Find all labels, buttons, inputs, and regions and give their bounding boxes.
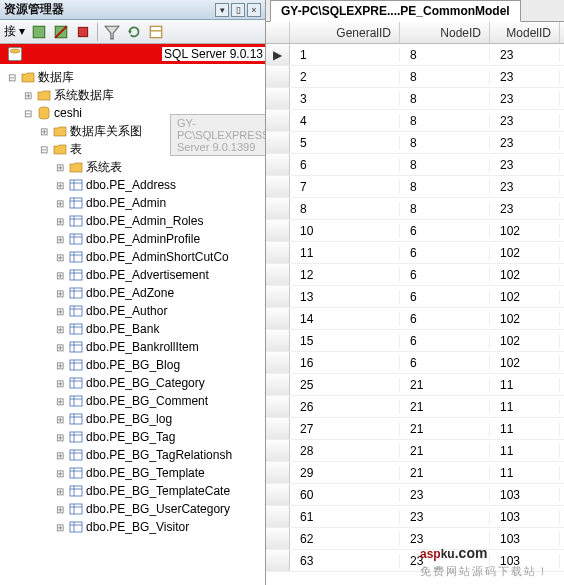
row-selector[interactable] xyxy=(266,242,290,263)
table-node[interactable]: ⊞dbo.PE_BG_TemplateCate xyxy=(0,482,265,500)
cell[interactable]: 6 xyxy=(400,356,490,370)
table-row[interactable]: 6023103 xyxy=(266,484,564,506)
table-row[interactable]: 136102 xyxy=(266,286,564,308)
row-selector[interactable] xyxy=(266,286,290,307)
cell[interactable]: 4 xyxy=(290,114,400,128)
cell[interactable]: 8 xyxy=(290,202,400,216)
cell[interactable]: 8 xyxy=(400,180,490,194)
table-row[interactable]: ▶1823 xyxy=(266,44,564,66)
expand-icon[interactable]: ⊞ xyxy=(52,213,68,229)
table-row[interactable]: 8823 xyxy=(266,198,564,220)
cell[interactable]: 60 xyxy=(290,488,400,502)
stop-icon[interactable] xyxy=(75,24,91,40)
table-row[interactable]: 156102 xyxy=(266,330,564,352)
table-node[interactable]: ⊞dbo.PE_AdminProfile xyxy=(0,230,265,248)
table-row[interactable]: 292111 xyxy=(266,462,564,484)
expand-icon[interactable]: ⊞ xyxy=(52,357,68,373)
cell[interactable]: 23 xyxy=(490,136,560,150)
cell[interactable]: 10 xyxy=(290,224,400,238)
row-selector[interactable] xyxy=(266,264,290,285)
table-row[interactable]: 6823 xyxy=(266,154,564,176)
table-row[interactable]: 126102 xyxy=(266,264,564,286)
table-row[interactable]: 6223103 xyxy=(266,528,564,550)
cell[interactable]: 27 xyxy=(290,422,400,436)
cell[interactable]: 23 xyxy=(490,48,560,62)
cell[interactable]: 8 xyxy=(400,70,490,84)
node-system-tables[interactable]: ⊞ 系统表 xyxy=(0,158,265,176)
disconnect-icon[interactable] xyxy=(53,24,69,40)
expand-icon[interactable]: ⊞ xyxy=(52,465,68,481)
tab-active[interactable]: GY-PC\SQLEXPRE....PE_CommonModel xyxy=(270,0,521,22)
cell[interactable]: 11 xyxy=(490,444,560,458)
cell[interactable]: 61 xyxy=(290,510,400,524)
collapse-icon[interactable]: ⊟ xyxy=(20,105,36,121)
cell[interactable]: 1 xyxy=(290,48,400,62)
cell[interactable]: 25 xyxy=(290,378,400,392)
row-selector[interactable] xyxy=(266,550,290,571)
row-selector[interactable] xyxy=(266,418,290,439)
cell[interactable]: 21 xyxy=(400,422,490,436)
table-node[interactable]: ⊞dbo.PE_Admin xyxy=(0,194,265,212)
cell[interactable]: 11 xyxy=(490,466,560,480)
cell[interactable]: 21 xyxy=(400,466,490,480)
row-selector[interactable] xyxy=(266,132,290,153)
cell[interactable]: 23 xyxy=(490,114,560,128)
expand-icon[interactable]: ⊞ xyxy=(52,195,68,211)
expand-icon[interactable]: ⊞ xyxy=(36,123,52,139)
cell[interactable]: 11 xyxy=(290,246,400,260)
cell[interactable]: 6 xyxy=(400,312,490,326)
column-header[interactable]: ModelID xyxy=(490,22,560,43)
table-row[interactable]: 262111 xyxy=(266,396,564,418)
expand-icon[interactable]: ⊞ xyxy=(52,231,68,247)
row-selector[interactable] xyxy=(266,528,290,549)
cell[interactable]: 103 xyxy=(490,510,560,524)
table-node[interactable]: ⊞dbo.PE_Author xyxy=(0,302,265,320)
cell[interactable]: 14 xyxy=(290,312,400,326)
expand-icon[interactable]: ⊞ xyxy=(52,375,68,391)
cell[interactable]: 23 xyxy=(490,70,560,84)
table-row[interactable]: 272111 xyxy=(266,418,564,440)
row-selector[interactable] xyxy=(266,220,290,241)
cell[interactable]: 5 xyxy=(290,136,400,150)
cell[interactable]: 102 xyxy=(490,312,560,326)
properties-icon[interactable] xyxy=(148,24,164,40)
table-node[interactable]: ⊞dbo.PE_BG_TagRelationsh xyxy=(0,446,265,464)
table-node[interactable]: ⊞dbo.PE_BG_Template xyxy=(0,464,265,482)
cell[interactable]: 102 xyxy=(490,356,560,370)
cell[interactable]: 6 xyxy=(290,158,400,172)
pin-icon[interactable]: ▯ xyxy=(231,3,245,17)
server-node[interactable]: SQL Server 9.0.13 xyxy=(0,44,265,64)
table-row[interactable]: 282111 xyxy=(266,440,564,462)
cell[interactable]: 12 xyxy=(290,268,400,282)
row-selector[interactable] xyxy=(266,352,290,373)
table-row[interactable]: 106102 xyxy=(266,220,564,242)
close-icon[interactable]: × xyxy=(247,3,261,17)
cell[interactable]: 21 xyxy=(400,400,490,414)
cell[interactable]: 8 xyxy=(400,114,490,128)
expand-icon[interactable]: ⊞ xyxy=(52,177,68,193)
cell[interactable]: 8 xyxy=(400,158,490,172)
cell[interactable]: 21 xyxy=(400,378,490,392)
expand-icon[interactable]: ⊞ xyxy=(52,519,68,535)
cell[interactable]: 23 xyxy=(400,488,490,502)
expand-icon[interactable]: ⊞ xyxy=(52,447,68,463)
row-selector[interactable] xyxy=(266,396,290,417)
cell[interactable]: 28 xyxy=(290,444,400,458)
cell[interactable]: 3 xyxy=(290,92,400,106)
table-row[interactable]: 5823 xyxy=(266,132,564,154)
dropdown-icon[interactable]: ▾ xyxy=(215,3,229,17)
table-row[interactable]: 4823 xyxy=(266,110,564,132)
table-node[interactable]: ⊞dbo.PE_Admin_Roles xyxy=(0,212,265,230)
cell[interactable]: 6 xyxy=(400,334,490,348)
table-row[interactable]: 252111 xyxy=(266,374,564,396)
table-node[interactable]: ⊞dbo.PE_BG_Tag xyxy=(0,428,265,446)
row-selector[interactable] xyxy=(266,110,290,131)
table-node[interactable]: ⊞dbo.PE_BG_log xyxy=(0,410,265,428)
table-row[interactable]: 2823 xyxy=(266,66,564,88)
expand-icon[interactable]: ⊞ xyxy=(52,285,68,301)
row-selector[interactable] xyxy=(266,176,290,197)
cell[interactable]: 7 xyxy=(290,180,400,194)
cell[interactable]: 8 xyxy=(400,136,490,150)
table-node[interactable]: ⊞dbo.PE_AdminShortCutCo xyxy=(0,248,265,266)
filter-icon[interactable] xyxy=(104,24,120,40)
